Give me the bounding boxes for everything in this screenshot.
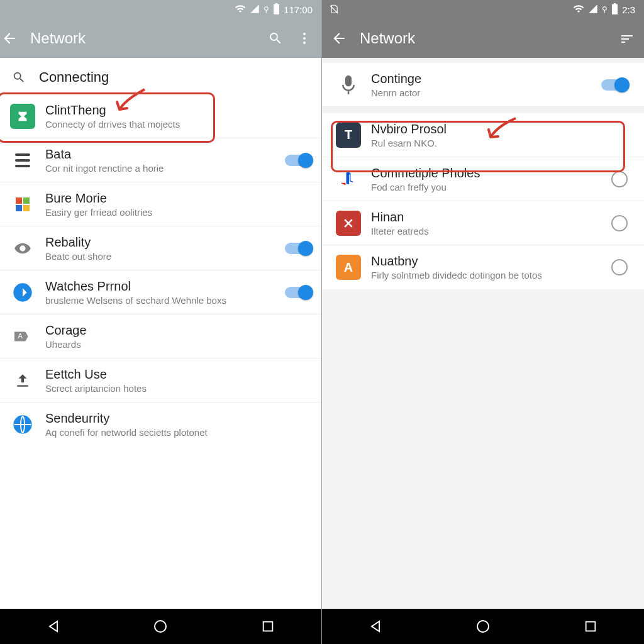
microphone-icon: [336, 72, 361, 97]
close-icon: [336, 211, 361, 236]
misc-status-icon: ⚲: [264, 5, 269, 14]
item-title: Bure Morie: [45, 191, 311, 206]
item-title: Corage: [45, 323, 311, 338]
list-item-bata[interactable]: Bata Cor nit ingot renctine a horie: [0, 138, 321, 182]
section-header-text: Connecting: [39, 69, 109, 86]
item-subtitle: Fod can freffy you: [371, 182, 590, 192]
back-icon[interactable]: [1, 30, 18, 47]
item-subtitle: Beatc out shore: [45, 251, 274, 262]
settings-list: Continge Nenrn actor T Nvbiro Prosol Rul…: [322, 58, 644, 609]
upload-icon: [10, 368, 35, 393]
list-item-eettch[interactable]: Eettch Use Screct ariptancion hotes: [0, 358, 321, 402]
list-item-nvbiro[interactable]: T Nvbiro Prosol Rul esarn NKO.: [322, 113, 644, 157]
radio-button[interactable]: [611, 171, 628, 187]
item-title: Commetiple Pholes: [371, 166, 590, 180]
item-title: Watches Prrnol: [45, 279, 274, 294]
list-item-clinttheng[interactable]: ClintTheng Connecty of drrives that moje…: [0, 94, 321, 138]
search-small-icon: [10, 70, 28, 84]
item-title: Hinan: [371, 210, 590, 225]
list-item-rebality[interactable]: Rebality Beatc out shore: [0, 226, 321, 270]
back-icon[interactable]: [331, 30, 347, 47]
cell-signal-icon: [250, 4, 260, 16]
android-navbar: [322, 609, 644, 644]
app-icon: T: [336, 123, 361, 148]
toggle-switch[interactable]: [285, 243, 311, 254]
letter-a-icon: A: [336, 255, 361, 280]
item-title: ClintTheng: [45, 103, 311, 118]
tune-icon[interactable]: [619, 30, 635, 47]
item-subtitle: Uheards: [45, 339, 311, 350]
status-bar: ⚲ 117:00: [0, 0, 321, 19]
nav-back-icon[interactable]: [367, 618, 384, 635]
app-toolbar: Network: [0, 19, 321, 58]
wifi-icon: [573, 3, 584, 16]
item-subtitle: Nenrn actor: [371, 87, 590, 98]
eye-icon: [10, 236, 35, 261]
item-title: Eettch Use: [45, 367, 311, 382]
item-title: Continge: [371, 72, 590, 86]
status-time: 2:3: [622, 4, 635, 15]
list-item-continge[interactable]: Continge Nenrn actor: [322, 63, 644, 107]
battery-icon: [273, 3, 280, 16]
item-subtitle: Cor nit ingot renctine a horie: [45, 163, 274, 174]
arrow-circle-icon: [10, 280, 35, 305]
svg-rect-10: [586, 622, 595, 631]
radio-button[interactable]: [611, 259, 628, 275]
settings-list: Connecting ClintTheng Connecty of drrive…: [0, 58, 321, 609]
item-title: Nuatbny: [371, 254, 590, 269]
section-header-connecting: Connecting: [0, 58, 321, 94]
battery-icon: [611, 3, 618, 16]
nav-recent-icon[interactable]: [582, 618, 599, 635]
status-time: 117:00: [284, 4, 313, 15]
left-screenshot: ⚲ 117:00 Network Connecting: [0, 0, 322, 644]
cell-signal-icon: [588, 4, 598, 16]
label-icon: A: [10, 324, 35, 349]
svg-rect-7: [263, 622, 272, 631]
list-item-hinan[interactable]: Hinan Ilteter eatreds: [322, 201, 644, 245]
page-title: Network: [30, 30, 255, 47]
list-item-bure-morie[interactable]: Bure Morie Easiry ger frriead oolitries: [0, 182, 321, 226]
svg-point-0: [303, 33, 306, 35]
search-icon[interactable]: [267, 30, 284, 47]
item-subtitle: Ilteter eatreds: [371, 226, 590, 236]
item-subtitle: Easiry ger frriead oolitries: [45, 207, 311, 218]
radio-button[interactable]: [611, 215, 628, 231]
item-subtitle: Connecty of drrives that mojects: [45, 119, 311, 130]
misc-status-icon: ⚲: [602, 5, 608, 14]
svg-rect-8: [345, 75, 352, 87]
globe-icon: [10, 412, 35, 437]
nav-home-icon[interactable]: [152, 618, 169, 635]
item-subtitle: Aq conefi for networld secietts plotonet: [45, 427, 311, 438]
menu-icon: [10, 148, 35, 173]
item-subtitle: Screct ariptancion hotes: [45, 383, 311, 394]
list-item-corage[interactable]: A Corage Uheards: [0, 314, 321, 358]
toggle-switch[interactable]: [601, 79, 628, 91]
list-item-nuatbny[interactable]: A Nuatbny Firly solntmeb dividedc doting…: [322, 245, 644, 289]
wifi-icon: [235, 3, 246, 16]
list-item-watches[interactable]: Watches Prrnol brusleme Welsens of secha…: [0, 270, 321, 314]
app-icon: [10, 104, 35, 129]
list-item-sendeurrity[interactable]: Sendeurrity Aq conefi for networld secie…: [0, 402, 321, 447]
svg-point-9: [477, 621, 489, 632]
nav-recent-icon[interactable]: [259, 618, 277, 635]
tiles-icon: [10, 192, 35, 217]
item-title: Bata: [45, 147, 274, 162]
item-title: Nvbiro Prosol: [371, 122, 628, 136]
no-sim-icon: [328, 4, 340, 15]
android-navbar: [0, 609, 321, 644]
item-title: Rebality: [45, 235, 274, 250]
list-item-commetiple[interactable]: Commetiple Pholes Fod can freffy you: [322, 157, 644, 201]
svg-point-2: [303, 42, 306, 44]
overflow-menu-icon[interactable]: [296, 30, 313, 47]
nav-back-icon[interactable]: [45, 618, 62, 635]
toggle-switch[interactable]: [285, 155, 311, 166]
svg-point-1: [303, 37, 306, 40]
item-title: Sendeurrity: [45, 411, 311, 426]
status-bar: ⚲ 2:3: [322, 0, 644, 19]
nav-home-icon[interactable]: [474, 618, 492, 635]
svg-point-6: [155, 621, 166, 632]
toggle-switch[interactable]: [285, 287, 311, 298]
app-toolbar: Network: [322, 19, 644, 58]
svg-text:A: A: [18, 332, 23, 340]
playstation-icon: [336, 167, 361, 192]
